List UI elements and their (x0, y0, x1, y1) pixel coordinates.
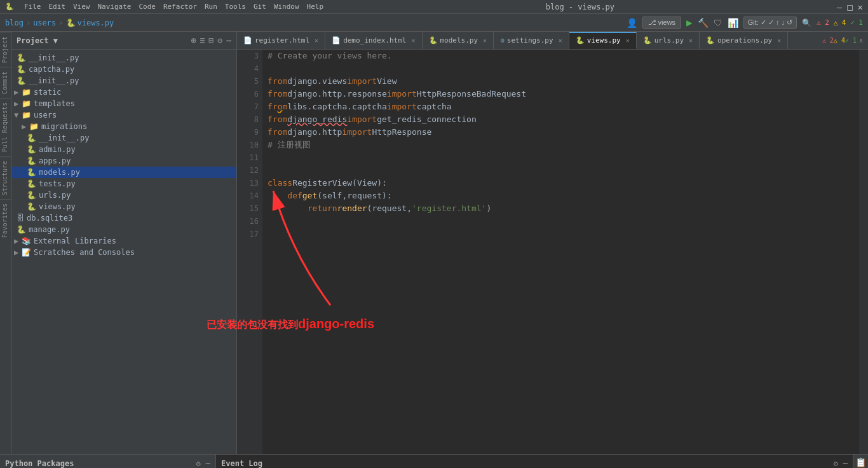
editor-tabs: 📄 register.html ✕ 📄 demo_index.html ✕ 🐍 … (237, 32, 868, 50)
profile-icon[interactable]: 📊 (728, 18, 738, 28)
tab-urls-py[interactable]: 🐍 urls.py ✕ (637, 32, 700, 49)
python-packages-header: Python Packages ⚙ — (0, 455, 215, 468)
copy-icon[interactable]: 📋 (855, 457, 866, 467)
maximize-button[interactable]: □ (847, 2, 852, 12)
event-log-panel: Event Log ⚙ — Select a package to view d… (216, 455, 868, 468)
tree-views-py[interactable]: 🐍 views.py (11, 201, 236, 212)
code-line-10: # 注册视图 (268, 139, 854, 151)
run-button[interactable]: ▶ (686, 17, 693, 29)
code-editor[interactable]: 3 4 5 6 7 8 9 10 11 12 13 14 15 16 17 # … (237, 50, 868, 454)
event-log-tools: 📋 🗑 🔑 (853, 455, 868, 468)
menu-edit[interactable]: Edit (49, 3, 66, 11)
code-line-8: from django_redis import get_redis_conne… (268, 113, 854, 126)
code-line-11 (268, 151, 854, 164)
window-title: blog - views.py (546, 3, 614, 11)
minimize-panel-icon[interactable]: — (206, 459, 210, 468)
project-panel: Project ▼ ⊕ ≡ ⊟ ⚙ — 🐍 __init__.py 🐍 capt… (11, 32, 237, 454)
menu-view[interactable]: View (73, 3, 90, 11)
tree-models-py[interactable]: 🐍 models.py (11, 167, 236, 178)
menu-help[interactable]: Help (307, 3, 324, 11)
favorites-tab-side[interactable]: Favorites (0, 199, 11, 242)
event-log-inner: Event Log ⚙ — Select a package to view d… (216, 455, 868, 468)
python-packages-panel: Python Packages ⚙ — ▼ Installed wheel 0.… (0, 455, 216, 468)
collapse-icon[interactable]: ≡ (200, 36, 205, 45)
close-operations-py[interactable]: ✕ (777, 37, 781, 44)
close-views-py[interactable]: ✕ (626, 37, 630, 44)
menu-refactor[interactable]: Refactor (163, 3, 197, 11)
tree-urls-py[interactable]: 🐍 urls.py (11, 189, 236, 201)
window-controls[interactable]: — □ ✕ (837, 2, 863, 12)
tree-tests-py[interactable]: 🐍 tests.py (11, 178, 236, 189)
tree-users-init[interactable]: 🐍 __init__.py (11, 132, 236, 144)
tab-models-py[interactable]: 🐍 models.py ✕ (423, 32, 494, 49)
event-log-minimize-icon[interactable]: — (843, 459, 848, 468)
error-counts: ⚠ 2 △ 4 ✓ 1 ∧ (817, 32, 868, 49)
hide-icon[interactable]: — (226, 36, 231, 45)
pull-requests-tab[interactable]: Pull Requests (0, 98, 11, 156)
code-line-17 (268, 228, 854, 240)
locate-icon[interactable]: ⊕ (191, 36, 196, 45)
tree-users-dir[interactable]: ▼ 📁 users (11, 109, 236, 121)
git-button[interactable]: Git: ✓ ✓ ↑ ↓ ↺ (743, 17, 797, 29)
code-line-15: return render(request, 'register.html') (268, 202, 854, 215)
code-content[interactable]: # Create your views here. from django.vi… (262, 50, 859, 454)
breadcrumb-users[interactable]: users (33, 18, 56, 27)
event-log-settings-icon[interactable]: ⚙ (834, 459, 838, 468)
code-line-12 (268, 164, 854, 177)
menu-tools[interactable]: Tools (225, 3, 246, 11)
tree-static-dir[interactable]: ▶ 📁 static (11, 86, 236, 98)
tree-manage-py[interactable]: 🐍 manage.py (11, 224, 236, 235)
code-line-5: from django.views import View (268, 75, 854, 88)
code-line-6: from django.http.response import HttpRes… (268, 88, 854, 100)
minimize-button[interactable]: — (837, 2, 842, 12)
file-tree: 🐍 __init__.py 🐍 captcha.py 🐍 __init__.py… (11, 50, 236, 454)
structure-tab-side[interactable]: Structure (0, 156, 11, 199)
tree-scratches[interactable]: ▶ 📝 Scratches and Consoles (11, 247, 236, 258)
breadcrumb-blog[interactable]: blog (5, 18, 24, 27)
coverage-icon[interactable]: 🛡 (714, 18, 722, 28)
tree-admin-py[interactable]: 🐍 admin.py (11, 144, 236, 155)
tab-register-html[interactable]: 📄 register.html ✕ (237, 32, 325, 49)
close-register-html[interactable]: ✕ (315, 37, 318, 44)
breadcrumb-file[interactable]: 🐍 views.py (66, 18, 114, 27)
tree-migrations-dir[interactable]: ▶ 📁 migrations (11, 121, 236, 132)
menu-navigate[interactable]: Navigate (98, 3, 132, 11)
menu-git[interactable]: Git (254, 3, 266, 11)
python-packages-icons[interactable]: ⚙ — (196, 459, 210, 468)
branch-button[interactable]: ⎇ views (642, 17, 682, 29)
close-settings-py[interactable]: ✕ (559, 37, 562, 44)
close-urls-py[interactable]: ✕ (689, 37, 693, 44)
menu-run[interactable]: Run (205, 3, 217, 11)
project-label: Project ▼ (17, 36, 58, 45)
project-tab[interactable]: Project (0, 32, 11, 67)
event-log-icons[interactable]: ⚙ — (834, 459, 848, 468)
close-demo-index-html[interactable]: ✕ (411, 37, 415, 44)
commit-tab[interactable]: Commit (0, 67, 11, 98)
settings-gear-icon[interactable]: ⚙ (196, 459, 201, 468)
panel-icons[interactable]: ⊕ ≡ ⊟ ⚙ — (191, 36, 231, 45)
tree-apps-py[interactable]: 🐍 apps.py (11, 155, 236, 167)
close-models-py[interactable]: ✕ (483, 37, 487, 44)
tab-views-py[interactable]: 🐍 views.py ✕ (569, 32, 637, 49)
settings-icon[interactable]: ⚙ (217, 36, 222, 45)
expand-icon[interactable]: ⊟ (209, 36, 214, 45)
tab-settings-py[interactable]: ⚙ settings.py ✕ (494, 32, 569, 49)
user-icon[interactable]: 👤 (627, 18, 637, 28)
tree-external-libs[interactable]: ▶ 📚 External Libraries (11, 235, 236, 247)
tree-captcha-py[interactable]: 🐍 captcha.py (11, 64, 236, 75)
tab-demo-index-html[interactable]: 📄 demo_index.html ✕ (325, 32, 422, 49)
menu-bar[interactable]: 🐍 File Edit View Navigate Code Refactor … (5, 3, 323, 11)
search-icon[interactable]: 🔍 (802, 18, 811, 27)
tree-init-py-2[interactable]: 🐍 __init__.py (11, 75, 236, 86)
menu-code[interactable]: Code (139, 3, 156, 11)
build-icon[interactable]: 🔨 (698, 18, 709, 28)
code-line-13: class RegisterView(View): (268, 177, 854, 189)
tab-operations-py[interactable]: 🐍 operations.py ✕ (700, 32, 788, 49)
python-packages-title: Python Packages (5, 459, 74, 468)
menu-file[interactable]: File (24, 3, 41, 11)
close-button[interactable]: ✕ (858, 2, 863, 12)
tree-db-sqlite[interactable]: 🗄 db.sqlite3 (11, 212, 236, 224)
tree-init-py-1[interactable]: 🐍 __init__.py (11, 52, 236, 64)
menu-window[interactable]: Window (274, 3, 299, 11)
tree-templates-dir[interactable]: ▶ 📁 templates (11, 98, 236, 109)
